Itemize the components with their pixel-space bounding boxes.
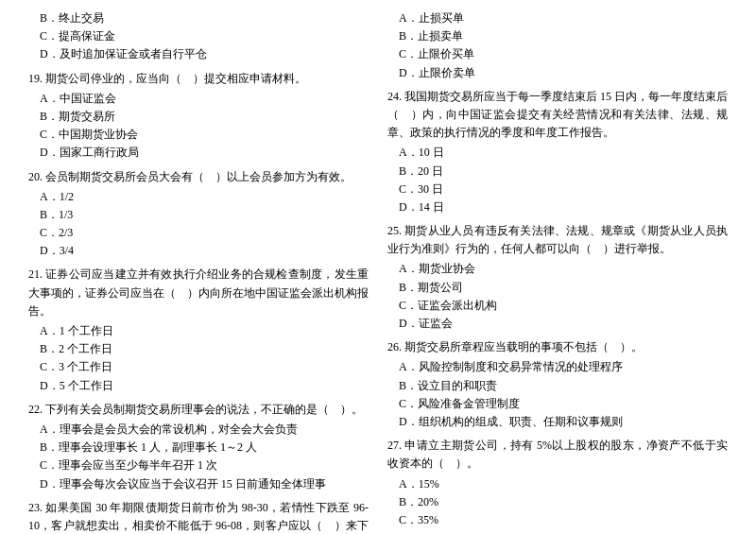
option-d: D．3/4 [28, 242, 369, 260]
option-d: D．组织机构的组成、职责、任期和议事规则 [387, 413, 728, 431]
option-a: A．10 日 [387, 144, 728, 162]
question-text: 25. 期货从业人员有违反有关法律、法规、规章或《期货从业人员执业行为准则》行为… [387, 222, 728, 258]
option-b: B．20% [387, 493, 728, 511]
question-text: 27. 申请立主期货公司，持有 5%以上股权的股东，净资产不低于实收资本的（ ）… [387, 437, 728, 473]
option: D．及时追加保证金或者自行平仓 [28, 45, 369, 63]
option-d: D．止限价卖单 [387, 64, 728, 82]
question-text: 24. 我国期货交易所应当于每一季度结束后 15 日内，每一年度结束后（ ）内，… [387, 88, 728, 143]
option-a: A．1/2 [28, 188, 369, 206]
question-24: 24. 我国期货交易所应当于每一季度结束后 15 日内，每一年度结束后（ ）内，… [387, 88, 728, 216]
option-b: B．止损卖单 [387, 27, 728, 45]
option-b: B．期货公司 [387, 279, 728, 297]
option-c: C．理事会应当至少每半年召开 1 次 [28, 456, 369, 474]
right-column: A．止损买单 B．止损卖单 C．止限价买单 D．止限价卖单 24. 我国期货交易… [387, 9, 728, 534]
option-c: C．止限价买单 [387, 45, 728, 63]
option-d: D．证监会 [387, 315, 728, 333]
question-text: 22. 下列有关会员制期货交易所理事会的说法，不正确的是（ ）。 [28, 401, 369, 419]
prev-question-options: B．终止交易 C．提高保证金 D．及时追加保证金或者自行平仓 [28, 9, 369, 64]
question-text: 26. 期货交易所章程应当载明的事项不包括（ ）。 [387, 338, 728, 356]
question-25: 25. 期货从业人员有违反有关法律、法规、规章或《期货从业人员执业行为准则》行为… [387, 222, 728, 333]
question-21: 21. 证券公司应当建立并有效执行介绍业务的合规检查制度，发生重大事项的，证券公… [28, 266, 369, 394]
question-text: 20. 会员制期货交易所会员大会有（ ）以上会员参加方为有效。 [28, 168, 369, 186]
question-text: 21. 证券公司应当建立并有效执行介绍业务的合规检查制度，发生重大事项的，证券公… [28, 266, 369, 320]
option-b: B．理事会设理事长 1 人，副理事长 1～2 人 [28, 439, 369, 456]
option-b: B．设立目的和职责 [387, 377, 728, 395]
option-a: A．期货业协会 [387, 260, 728, 278]
option-c: C．中国期货业协会 [28, 126, 369, 144]
option-c: C．30 日 [387, 181, 728, 198]
option-b: B．期货交易所 [28, 108, 369, 126]
option-d: D．50% [387, 529, 728, 534]
option-b: B．1/3 [28, 206, 369, 224]
option-c: C．3 个工作日 [28, 358, 369, 376]
option-a: A．15% [387, 475, 728, 493]
page-content: B．终止交易 C．提高保证金 D．及时追加保证金或者自行平仓 19. 期货公司停… [28, 9, 728, 534]
option-b: B．2 个工作日 [28, 340, 369, 358]
option-c: C．2/3 [28, 224, 369, 242]
question-27: 27. 申请立主期货公司，持有 5%以上股权的股东，净资产不低于实收资本的（ ）… [387, 437, 728, 534]
option-d: D．5 个工作日 [28, 377, 369, 395]
left-column: B．终止交易 C．提高保证金 D．及时追加保证金或者自行平仓 19. 期货公司停… [28, 9, 369, 534]
question-19: 19. 期货公司停业的，应当向（ ）提交相应申请材料。 A．中国证监会 B．期货… [28, 70, 369, 163]
question-22: 22. 下列有关会员制期货交易所理事会的说法，不正确的是（ ）。 A．理事会是会… [28, 401, 369, 493]
option-a: A．1 个工作日 [28, 322, 369, 340]
question-20: 20. 会员制期货交易所会员大会有（ ）以上会员参加方为有效。 A．1/2 B．… [28, 168, 369, 261]
option: B．终止交易 [28, 9, 369, 27]
question-text: 23. 如果美国 30 年期限债期货日前市价为 98-30，若情性下跌至 96-… [28, 499, 369, 534]
option-a: A．中国证监会 [28, 90, 369, 108]
option-d: D．理事会每次会议应当于会议召开 15 日前通知全体理事 [28, 475, 369, 493]
option-d: D．14 日 [387, 198, 728, 216]
option-c: C．35% [387, 511, 728, 529]
question-26: 26. 期货交易所章程应当载明的事项不包括（ ）。 A．风险控制制度和交易异常情… [387, 338, 728, 431]
option-b: B．20 日 [387, 163, 728, 181]
option: C．提高保证金 [28, 27, 369, 45]
option-a: A．风险控制制度和交易异常情况的处理程序 [387, 358, 728, 376]
option-a: A．止损买单 [387, 9, 728, 27]
question-text: 19. 期货公司停业的，应当向（ ）提交相应申请材料。 [28, 70, 369, 88]
two-column-layout: B．终止交易 C．提高保证金 D．及时追加保证金或者自行平仓 19. 期货公司停… [28, 9, 728, 534]
option-c: C．证监会派出机构 [387, 297, 728, 315]
prev-question-options-right: A．止损买单 B．止损卖单 C．止限价买单 D．止限价卖单 [387, 9, 728, 82]
question-23: 23. 如果美国 30 年期限债期货日前市价为 98-30，若情性下跌至 96-… [28, 499, 369, 534]
option-c: C．风险准备金管理制度 [387, 395, 728, 413]
option-a: A．理事会是会员大会的常设机构，对全会大会负责 [28, 421, 369, 439]
option-d: D．国家工商行政局 [28, 144, 369, 162]
